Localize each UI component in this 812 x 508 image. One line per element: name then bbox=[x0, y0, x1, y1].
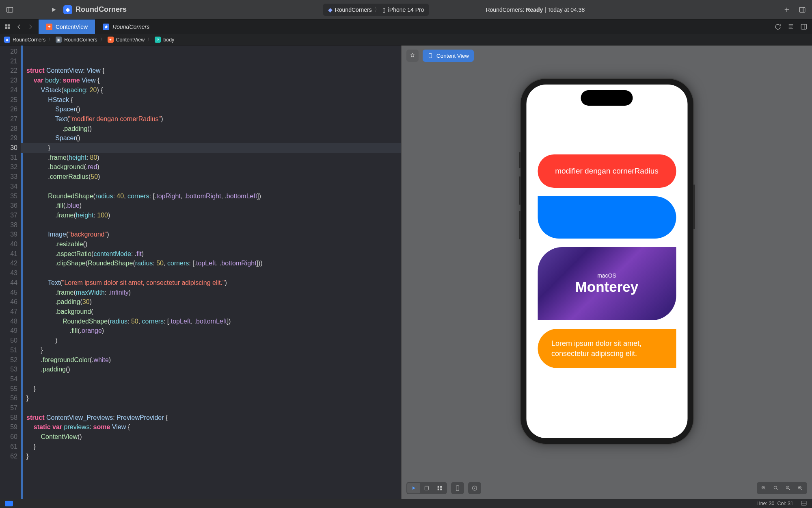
zoom-in-button[interactable] bbox=[794, 483, 806, 493]
svg-rect-14 bbox=[438, 488, 439, 490]
adjust-editor-options-icon[interactable] bbox=[798, 21, 810, 33]
phone-icon: ▯ bbox=[382, 7, 386, 13]
project-name: RoundCorners bbox=[76, 5, 127, 14]
nav-back-button[interactable] bbox=[14, 22, 24, 32]
svg-rect-6 bbox=[5, 27, 7, 29]
macos-subtitle: macOS bbox=[597, 272, 616, 279]
project-icon: ◆ bbox=[63, 5, 72, 14]
refresh-preview-icon[interactable] bbox=[772, 21, 784, 33]
svg-line-21 bbox=[764, 489, 766, 490]
jump-bar[interactable]: ◆ RoundCorners 〉 ▣ RoundCorners 〉 ✦ Cont… bbox=[0, 34, 812, 46]
property-icon: P bbox=[155, 37, 161, 43]
project-selector[interactable]: ◆ RoundCorners bbox=[63, 5, 127, 14]
side-button bbox=[519, 176, 520, 205]
pin-preview-button[interactable] bbox=[406, 50, 419, 62]
document-tab-bar: ✦ ContentView ◆ RoundCorners bbox=[0, 20, 812, 34]
nav-forward-button[interactable] bbox=[25, 22, 36, 32]
library-button[interactable] bbox=[797, 4, 808, 15]
add-tab-button[interactable] bbox=[781, 4, 793, 15]
svg-rect-5 bbox=[8, 24, 10, 26]
breadcrumb-item[interactable]: ContentView bbox=[116, 37, 145, 43]
related-items-button[interactable] bbox=[2, 22, 13, 32]
chevron-right-icon: 〉 bbox=[374, 6, 380, 13]
svg-rect-15 bbox=[440, 488, 442, 490]
svg-rect-13 bbox=[440, 486, 442, 488]
breadcrumb-item[interactable]: RoundCorners bbox=[13, 37, 45, 43]
device-settings-button[interactable] bbox=[451, 482, 464, 494]
minimap-toggle-icon[interactable] bbox=[785, 21, 797, 33]
chevron-right-icon: 〉 bbox=[100, 36, 105, 43]
macos-title: Monterey bbox=[575, 279, 639, 295]
zoom-out-button[interactable] bbox=[758, 483, 770, 493]
zoom-controls: 1 bbox=[757, 482, 807, 494]
svg-point-22 bbox=[774, 486, 777, 489]
canvas-settings-button[interactable] bbox=[468, 482, 481, 494]
zoom-fit-button[interactable] bbox=[770, 483, 782, 493]
svg-rect-4 bbox=[5, 24, 7, 26]
code-area[interactable]: struct ContentView: View { var body: som… bbox=[23, 46, 401, 499]
side-button bbox=[519, 152, 520, 168]
breadcrumb-item[interactable]: body bbox=[163, 37, 174, 43]
variants-button[interactable] bbox=[433, 483, 446, 493]
svg-rect-2 bbox=[799, 7, 805, 12]
chevron-right-icon: 〉 bbox=[48, 36, 53, 43]
iphone-device-frame: modifier dengan cornerRadius macOS Monte… bbox=[520, 79, 693, 444]
run-button[interactable] bbox=[48, 4, 59, 15]
project-icon: ◆ bbox=[4, 37, 10, 43]
svg-point-18 bbox=[474, 488, 475, 489]
toggle-debug-area-icon[interactable] bbox=[801, 500, 807, 508]
toggle-left-sidebar-button[interactable] bbox=[4, 4, 15, 15]
preview-canvas[interactable]: Content View modifier dengan cornerRadiu… bbox=[401, 46, 812, 499]
side-button bbox=[519, 211, 520, 239]
live-preview-button[interactable] bbox=[407, 483, 420, 493]
preview-mode-group bbox=[406, 482, 447, 494]
app-preview-content: modifier dengan cornerRadius macOS Monte… bbox=[526, 85, 687, 438]
tab-label: RoundCorners bbox=[112, 24, 149, 30]
breadcrumb-item[interactable]: RoundCorners bbox=[64, 37, 97, 43]
tab-label: ContentView bbox=[56, 24, 88, 30]
monterey-image: macOS Monterey bbox=[538, 247, 676, 320]
debug-indicator-icon[interactable] bbox=[5, 501, 13, 506]
scheme-target: RoundCorners bbox=[335, 7, 372, 13]
svg-rect-11 bbox=[425, 486, 428, 490]
svg-line-23 bbox=[777, 489, 778, 490]
cursor-position: Line: 30 Col: 31 bbox=[756, 501, 793, 506]
bottom-status-bar: Line: 30 Col: 31 bbox=[0, 499, 812, 508]
source-editor[interactable]: 2021222324252627282930313233343536373839… bbox=[0, 46, 401, 499]
svg-rect-8 bbox=[801, 24, 807, 29]
scheme-selector[interactable]: ◆ RoundCorners 〉 ▯ iPhone 14 Pro bbox=[323, 4, 429, 16]
tab-roundcorners[interactable]: ◆ RoundCorners bbox=[95, 20, 157, 34]
svg-rect-0 bbox=[7, 7, 13, 12]
swift-file-icon: ✦ bbox=[46, 24, 52, 30]
selectable-preview-button[interactable] bbox=[420, 483, 433, 493]
zoom-actual-button[interactable]: 1 bbox=[782, 483, 794, 493]
red-pill-view: modifier dengan cornerRadius bbox=[538, 154, 676, 188]
activity-status: RoundCorners: Ready | Today at 04.38 bbox=[486, 7, 585, 13]
chevron-right-icon: 〉 bbox=[147, 36, 152, 43]
svg-rect-7 bbox=[8, 27, 10, 29]
svg-rect-16 bbox=[456, 486, 459, 491]
side-button bbox=[693, 185, 695, 229]
svg-text:1: 1 bbox=[787, 487, 788, 489]
xcodeproj-icon: ◆ bbox=[103, 24, 109, 30]
svg-line-30 bbox=[801, 489, 802, 490]
line-number-gutter: 2021222324252627282930313233343536373839… bbox=[0, 46, 21, 499]
blue-rounded-shape bbox=[538, 196, 676, 239]
scheme-device: iPhone 14 Pro bbox=[388, 7, 424, 13]
swift-file-icon: ✦ bbox=[108, 37, 114, 43]
svg-rect-31 bbox=[801, 501, 806, 505]
orange-text-view: Lorem ipsum dolor sit amet, consectetur … bbox=[538, 329, 676, 368]
tab-contentview[interactable]: ✦ ContentView bbox=[39, 20, 95, 34]
preview-label-text: Content View bbox=[436, 53, 469, 59]
preview-label-chip[interactable]: Content View bbox=[423, 50, 474, 62]
svg-rect-10 bbox=[429, 54, 432, 58]
folder-icon: ▣ bbox=[56, 37, 62, 43]
main-toolbar: ◆ RoundCorners ◆ RoundCorners 〉 ▯ iPhone… bbox=[0, 0, 812, 20]
iphone-screen: modifier dengan cornerRadius macOS Monte… bbox=[526, 85, 687, 438]
svg-rect-12 bbox=[438, 486, 439, 488]
svg-line-26 bbox=[789, 489, 790, 490]
